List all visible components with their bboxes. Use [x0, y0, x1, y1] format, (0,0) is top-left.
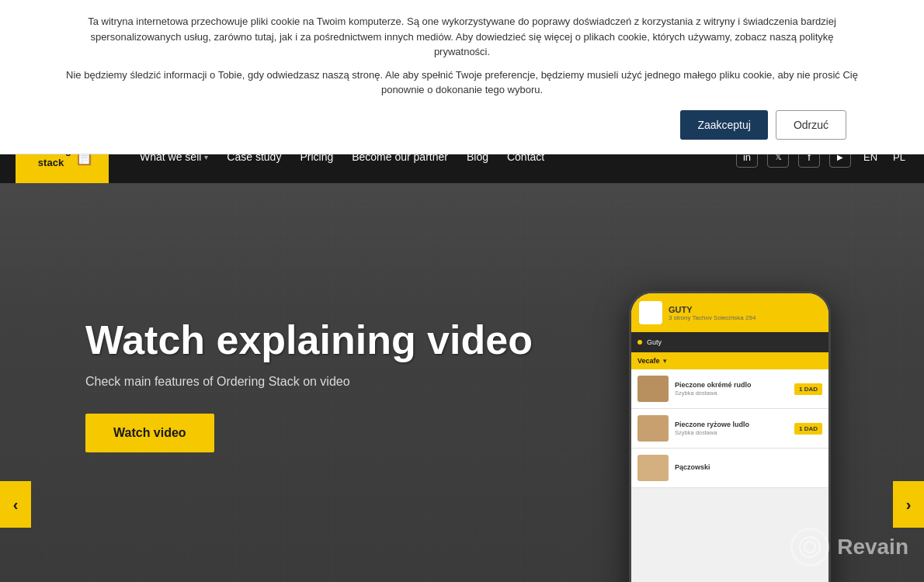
- cookie-banner: Ta witryna internetowa przechowuje pliki…: [0, 0, 924, 154]
- carousel-next-button[interactable]: ›: [893, 481, 924, 528]
- phone-item-1-add-button[interactable]: 1 DAD: [794, 383, 822, 395]
- accept-button[interactable]: Zaakceptuj: [680, 110, 767, 140]
- revain-text: Revain: [837, 535, 908, 559]
- logo-text-line2: stack: [30, 157, 71, 169]
- hero-section: Watch explaining video Check main featur…: [0, 132, 924, 582]
- phone-store-logo: [639, 301, 662, 324]
- reject-button[interactable]: Odrzuć: [776, 110, 846, 140]
- cookie-secondary-text: Nie będziemy śledzić informacji o Tobie,…: [62, 68, 862, 98]
- phone-restaurant-name: Guty: [647, 338, 662, 346]
- phone-item-2-add-button[interactable]: 1 DAD: [794, 423, 822, 435]
- phone-item-1-desc: Szybka dostawa: [675, 390, 788, 397]
- phone-item-3: Pączowski: [631, 449, 828, 488]
- cookie-main-text: Ta witryna internetowa przechowuje pliki…: [62, 14, 862, 60]
- phone-item-1-name: Pieczone okrémé rudlo: [675, 381, 788, 390]
- phone-item-3-name: Pączowski: [675, 463, 822, 473]
- phone-item-2-desc: Szybka dostawa: [675, 429, 788, 436]
- revain-logo-icon: [790, 528, 829, 566]
- revain-logo-inner: [799, 536, 821, 558]
- phone-item-2-name: Pieczone ryżowe ludlo: [675, 421, 788, 430]
- revain-watermark: Revain: [790, 528, 908, 566]
- phone-item-1: Pieczone okrémé rudlo Szybka dostawa 1 D…: [631, 369, 828, 409]
- phone-item-1-info: Pieczone okrémé rudlo Szybka dostawa: [675, 381, 788, 397]
- watch-video-button[interactable]: Watch video: [85, 414, 214, 452]
- phone-item-1-image: [637, 376, 669, 402]
- phone-restaurant-bar: Guty: [631, 332, 828, 352]
- phone-store-name: GUTY: [669, 305, 756, 314]
- phone-category-label: Vecafe: [637, 357, 660, 365]
- phone-item-2-image: [637, 415, 669, 442]
- cookie-buttons: Zaakceptuj Odrzuć: [62, 110, 862, 140]
- phone-item-2: Pieczone ryżowe ludlo Szybka dostawa 1 D…: [631, 409, 828, 449]
- carousel-prev-button[interactable]: ‹: [0, 481, 31, 528]
- phone-header: GUTY 3 strony Tachov Sołecińska 294: [631, 293, 828, 332]
- phone-item-2-info: Pieczone ryżowe ludlo Szybka dostawa: [675, 421, 788, 437]
- phone-category-bar: Vecafe ▾: [631, 352, 828, 369]
- phone-item-3-image: [637, 455, 669, 481]
- phone-item-3-info: Pączowski: [675, 463, 822, 473]
- restaurant-dot: [637, 340, 642, 345]
